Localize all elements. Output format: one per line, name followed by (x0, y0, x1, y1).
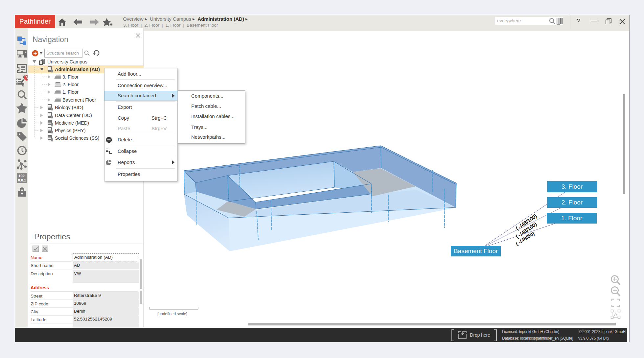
svg-text:A: A (614, 311, 617, 317)
svg-text:[undefined scale]: [undefined scale] (157, 312, 187, 316)
